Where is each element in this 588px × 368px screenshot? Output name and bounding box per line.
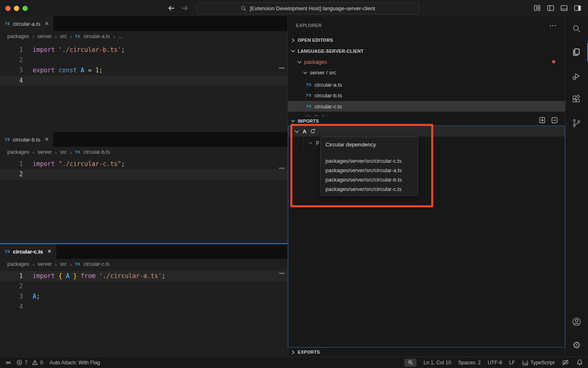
- copilot-disabled-icon[interactable]: [561, 359, 569, 366]
- breadcrumb-item[interactable]: src: [60, 149, 67, 155]
- section-label: LANGUAGE-SERVER-CLIENT: [298, 49, 364, 54]
- auto-attach-status[interactable]: Auto Attach: With Flag: [49, 360, 100, 366]
- error-count: 7: [24, 360, 27, 366]
- back-arrow-icon[interactable]: [167, 4, 176, 13]
- encoding-status[interactable]: UTF-8: [488, 360, 502, 366]
- breadcrumb-item[interactable]: server: [38, 261, 52, 267]
- imports-node-A[interactable]: A: [288, 126, 565, 137]
- chevron-right-icon: ›: [70, 149, 72, 155]
- section-imports[interactable]: IMPORTS: [288, 116, 565, 126]
- breadcrumb-file[interactable]: circular-a.ts: [83, 34, 110, 39]
- arrow-right-icon: →: [307, 139, 313, 145]
- code-editor-a[interactable]: 1import './circular-b.ts'; 2 3export con…: [0, 42, 287, 86]
- source-control-activity-icon[interactable]: [571, 117, 582, 129]
- line-number: 3: [0, 65, 33, 76]
- language-status[interactable]: { } TypeScript: [522, 359, 555, 366]
- line-number: 1: [0, 45, 33, 55]
- extensions-activity-icon[interactable]: [571, 94, 582, 105]
- breadcrumb-b[interactable]: packages › server › src › TS circular-b.…: [0, 147, 287, 157]
- tree-item-server-src[interactable]: server / src: [288, 67, 565, 78]
- title-bar: [Extension Development Host] language-se…: [0, 0, 588, 16]
- tab-circular-b[interactable]: TS circular-b.ts ×: [0, 132, 53, 147]
- line-number: 1: [0, 271, 33, 281]
- close-tab-icon[interactable]: ×: [47, 248, 51, 255]
- command-center-search[interactable]: [Extension Development Host] language-se…: [196, 2, 419, 14]
- tree-item-packages[interactable]: packages: [288, 56, 565, 67]
- toggle-primary-sidebar-icon[interactable]: [546, 4, 555, 12]
- section-open-editors[interactable]: OPEN EDITORS: [288, 35, 565, 45]
- problems-indicator[interactable]: 7 0: [16, 359, 43, 366]
- code-editor-c[interactable]: 1import { A } from './circular-a.ts'; 2 …: [0, 269, 287, 312]
- settings-gear-icon[interactable]: ⚙: [571, 339, 582, 351]
- remote-indicator[interactable]: ><: [6, 360, 10, 366]
- expand-all-icon[interactable]: [539, 117, 546, 123]
- section-label: IMPORTS: [298, 119, 319, 123]
- modified-dot-badge: [552, 60, 555, 63]
- forward-arrow-icon[interactable]: [180, 4, 189, 13]
- toggle-secondary-sidebar-icon[interactable]: [573, 4, 582, 12]
- close-tab-icon[interactable]: ×: [45, 20, 49, 27]
- tooltip-path: packages/server/src/circular-a.ts: [325, 166, 413, 175]
- breadcrumb-item[interactable]: packages: [7, 34, 29, 39]
- tree-item-circular-c-selected[interactable]: TS circular-c.ts: [288, 101, 565, 112]
- eol-status[interactable]: LF: [509, 360, 515, 366]
- chevron-right-icon: [291, 350, 295, 355]
- tree-item-partial[interactable]: TS file1.ts: [288, 112, 565, 116]
- breadcrumb-c[interactable]: packages › server › src › TS circular-c.…: [0, 259, 287, 269]
- chevron-down-icon: [291, 49, 295, 53]
- breadcrumb-item[interactable]: server: [38, 34, 52, 39]
- import-path-fragment: p: [316, 139, 319, 145]
- account-icon[interactable]: [571, 316, 582, 328]
- breadcrumb-item[interactable]: server: [38, 149, 52, 155]
- section-label: OPEN EDITORS: [298, 38, 333, 43]
- breadcrumb-symbol[interactable]: ...: [118, 34, 122, 39]
- customize-layout-icon[interactable]: [533, 4, 541, 12]
- activity-bar: ⚙: [566, 16, 588, 357]
- typescript-file-icon: TS: [5, 22, 10, 26]
- tree-item-circular-b[interactable]: TS circular-b.ts: [288, 90, 565, 101]
- remote-icon: ><: [6, 360, 10, 366]
- code-text: import "./circular-c.ts";: [33, 159, 125, 169]
- tab-bar-b: TS circular-b.ts ×: [0, 132, 287, 147]
- error-icon: [16, 359, 22, 366]
- file-label: circular-a.ts: [315, 82, 342, 88]
- tooltip-path: packages/server/src/circular-c.ts: [325, 156, 413, 166]
- chevron-right-icon: ›: [70, 34, 72, 40]
- indentation-status[interactable]: Spaces: 2: [458, 360, 481, 366]
- collapse-all-icon[interactable]: [551, 117, 558, 123]
- refresh-icon[interactable]: [310, 128, 316, 134]
- section-exports[interactable]: EXPORTS: [288, 348, 565, 357]
- tree-item-circular-a[interactable]: TS circular-a.ts: [288, 79, 565, 90]
- close-tab-icon[interactable]: ×: [45, 136, 49, 143]
- tab-circular-a[interactable]: TS circular-a.ts ×: [0, 16, 53, 31]
- gear-glyph: ⚙: [572, 341, 581, 350]
- zoom-button[interactable]: [404, 359, 416, 367]
- close-window-button[interactable]: [5, 6, 11, 11]
- run-debug-activity-icon[interactable]: [571, 71, 582, 83]
- eol-label: LF: [509, 360, 515, 366]
- breadcrumb-a[interactable]: packages › server › src › TS circular-a.…: [0, 31, 287, 42]
- code-line: 1import './circular-b.ts';: [0, 45, 287, 55]
- notifications-bell-icon[interactable]: [576, 359, 583, 366]
- line-number: 2: [0, 169, 33, 180]
- code-line: 4: [0, 302, 287, 312]
- explorer-activity-icon-active[interactable]: [571, 47, 582, 58]
- breadcrumb-item[interactable]: src: [60, 261, 67, 267]
- breadcrumb-item[interactable]: packages: [7, 149, 29, 155]
- more-actions-icon[interactable]: ⋯: [549, 21, 556, 30]
- search-activity-icon[interactable]: [571, 23, 582, 34]
- indentation-label: Spaces: 2: [458, 360, 481, 366]
- maximize-window-button[interactable]: [22, 6, 28, 11]
- breadcrumb-file[interactable]: circular-b.ts: [83, 149, 110, 155]
- chevron-right-icon: ›: [55, 149, 57, 155]
- toggle-panel-icon[interactable]: [560, 4, 568, 12]
- layout-controls: [533, 4, 582, 12]
- tab-circular-c[interactable]: TS circular-c.ts ×: [0, 244, 56, 259]
- code-editor-b[interactable]: 1import "./circular-c.ts"; 2: [0, 157, 287, 180]
- minimize-window-button[interactable]: [14, 6, 19, 11]
- section-workspace-root[interactable]: LANGUAGE-SERVER-CLIENT: [288, 46, 565, 56]
- breadcrumb-file[interactable]: circular-c.ts: [83, 261, 109, 267]
- breadcrumb-item[interactable]: src: [60, 34, 67, 39]
- cursor-position-status[interactable]: Ln 1, Col 10: [423, 360, 451, 366]
- breadcrumb-item[interactable]: packages: [7, 261, 29, 267]
